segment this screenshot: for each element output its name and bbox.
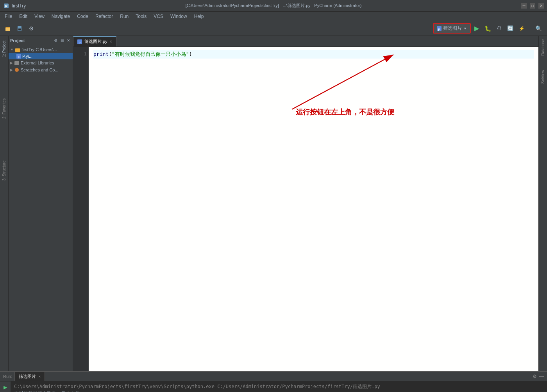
tree-label-firsttry: firstTry C:\Users\... bbox=[21, 47, 57, 52]
project-tree: ▼ firstTry C:\Users\... p P.yi... ▶ Exte… bbox=[9, 45, 73, 371]
menu-vcs[interactable]: VCS bbox=[150, 13, 166, 20]
editor-tab-close[interactable]: × bbox=[110, 39, 112, 44]
menu-help[interactable]: Help bbox=[191, 13, 207, 20]
tree-item-main-file[interactable]: p P.yi... bbox=[9, 53, 73, 59]
close-button[interactable]: ✕ bbox=[538, 3, 544, 9]
toolbar-left bbox=[3, 25, 36, 32]
run-button[interactable]: ▶ bbox=[472, 23, 481, 33]
tree-item-firsttry[interactable]: ▼ firstTry C:\Users\... bbox=[9, 46, 73, 53]
right-sidebar: Database SciView bbox=[538, 36, 547, 371]
line-numbers: 1 bbox=[73, 47, 89, 371]
svg-text:P: P bbox=[5, 4, 7, 8]
title-bar-center: [C:\Users\Administrator\PycharmProjects\… bbox=[186, 3, 362, 9]
run-output: C:\Users\Administrator\PycharmProjects\f… bbox=[11, 381, 547, 392]
project-panel: Project ⚙ ⊟ ✕ ▼ firstTry C:\Users\... p … bbox=[9, 36, 73, 371]
editor-tab-main[interactable]: p 筛选图片.py × bbox=[73, 36, 116, 46]
menu-run[interactable]: Run bbox=[117, 13, 132, 20]
project-label: Project bbox=[10, 38, 25, 43]
toolbar-right: p 筛选图片 ▼ ▶ 🐛 ⏱ 🔄 ⚡ 🔍 bbox=[433, 23, 544, 34]
toolbar: p 筛选图片 ▼ ▶ 🐛 ⏱ 🔄 ⚡ 🔍 bbox=[0, 21, 547, 36]
tree-item-scratches[interactable]: ▶ Scratches and Co... bbox=[9, 66, 73, 73]
toolbar-separator bbox=[530, 25, 530, 32]
menu-tools[interactable]: Tools bbox=[132, 13, 150, 20]
tree-label-main-file: P.yi... bbox=[22, 54, 32, 59]
menu-window[interactable]: Window bbox=[167, 13, 190, 20]
run-command-line: C:\Users\Administrator\PycharmProjects\f… bbox=[14, 383, 544, 390]
run-config-dropdown-icon: ▼ bbox=[463, 27, 467, 30]
project-tab[interactable]: 1: Project bbox=[1, 37, 7, 60]
app-project-name: firstTry bbox=[12, 3, 26, 9]
run-panel-hide-btn[interactable]: — bbox=[539, 374, 544, 379]
svg-text:p: p bbox=[18, 55, 20, 59]
left-vertical-tabs: 1: Project 2: Favorites 3: Structure bbox=[0, 36, 9, 371]
menu-view[interactable]: View bbox=[31, 13, 48, 20]
project-gear-btn[interactable]: ⚙ bbox=[53, 38, 59, 43]
editor-tab-filename: 筛选图片.py bbox=[84, 39, 107, 45]
build-button[interactable]: ⚡ bbox=[517, 25, 527, 32]
main-area: 1: Project 2: Favorites 3: Structure Pro… bbox=[0, 36, 547, 371]
structure-tab[interactable]: 3: Structure bbox=[1, 157, 7, 184]
svg-rect-3 bbox=[5, 28, 10, 31]
menu-code[interactable]: Code bbox=[74, 13, 91, 20]
svg-rect-10 bbox=[15, 48, 20, 52]
project-folder-icon bbox=[15, 47, 20, 52]
scratch-icon bbox=[14, 67, 20, 73]
run-panel-settings-btn[interactable]: ⚙ bbox=[533, 374, 537, 379]
project-layout-btn[interactable]: ⊟ bbox=[59, 38, 65, 43]
editor-area: p 筛选图片.py × 1 print("有时候我觉得自己像一只小小鸟") bbox=[73, 36, 538, 371]
save-icon bbox=[17, 26, 22, 31]
svg-point-7 bbox=[31, 28, 32, 29]
menu-refactor[interactable]: Refactor bbox=[92, 13, 116, 20]
coverage-button[interactable]: ⏱ bbox=[495, 24, 504, 32]
py-file-tree-icon: p bbox=[16, 54, 21, 59]
run-tab-close[interactable]: × bbox=[38, 374, 41, 379]
run-play-btn[interactable]: ▶ bbox=[1, 383, 10, 392]
open-file-button[interactable] bbox=[3, 25, 13, 32]
menu-file[interactable]: File bbox=[2, 13, 15, 20]
database-tab[interactable]: Database bbox=[540, 36, 546, 59]
tree-item-ext-lib[interactable]: ▶ External Libraries bbox=[9, 59, 73, 66]
folder-open-icon bbox=[5, 26, 11, 31]
title-bar: P firstTry [C:\Users\Administrator\Pycha… bbox=[0, 0, 547, 12]
svg-text:p: p bbox=[438, 27, 440, 31]
sciview-tab[interactable]: SciView bbox=[540, 67, 546, 87]
svg-rect-5 bbox=[18, 29, 21, 30]
run-panel-header: Run: 筛选图片 × ⚙ — bbox=[0, 372, 547, 381]
maximize-button[interactable]: □ bbox=[530, 3, 535, 9]
title-bar-left: P firstTry bbox=[3, 3, 26, 9]
debug-button[interactable]: 🐛 bbox=[483, 24, 493, 33]
run-tab-label: 筛选图片 bbox=[19, 374, 36, 380]
svg-text:p: p bbox=[79, 41, 80, 44]
favorites-tab[interactable]: 2: Favorites bbox=[1, 95, 7, 122]
ext-lib-icon bbox=[14, 60, 20, 66]
run-content: ▶ ■ ⊟ ⇕ 📌 🖨 🗑 C:\Users\Administrator\Pyc… bbox=[0, 381, 547, 392]
menu-navigate[interactable]: Navigate bbox=[48, 13, 73, 20]
tree-label-scratches: Scratches and Co... bbox=[21, 68, 59, 72]
gear-icon bbox=[29, 26, 34, 31]
code-content[interactable]: print("有时候我觉得自己像一只小小鸟") bbox=[89, 47, 538, 371]
search-everywhere-button[interactable]: 🔍 bbox=[533, 24, 544, 33]
minimize-button[interactable]: ─ bbox=[521, 3, 527, 9]
code-line-1: print("有时候我觉得自己像一只小小鸟") bbox=[93, 50, 534, 59]
menu-edit[interactable]: Edit bbox=[16, 13, 30, 20]
run-panel-controls: ⚙ — bbox=[533, 374, 544, 379]
run-tab[interactable]: 筛选图片 × bbox=[14, 372, 45, 381]
run-configuration[interactable]: p 筛选图片 ▼ bbox=[433, 23, 471, 34]
py-file-icon: p bbox=[437, 26, 442, 31]
title-bar-right: ─ □ ✕ bbox=[521, 3, 544, 9]
bottom-panel: Run: 筛选图片 × ⚙ — ▶ ■ ⊟ ⇕ 📌 🖨 🗑 C:\Users\A… bbox=[0, 371, 547, 392]
tab-file-icon: p bbox=[77, 39, 82, 44]
profile-button[interactable]: 🔄 bbox=[505, 24, 515, 32]
run-label: Run: bbox=[3, 374, 12, 379]
run-left-bar: ▶ ■ ⊟ ⇕ 📌 🖨 🗑 bbox=[0, 381, 11, 392]
tree-arrow-firsttry: ▼ bbox=[10, 48, 14, 52]
run-config-name: 筛选图片 bbox=[443, 25, 462, 32]
menu-bar: File Edit View Navigate Code Refactor Ru… bbox=[0, 12, 547, 21]
tree-arrow-ext-lib: ▶ bbox=[10, 61, 13, 65]
settings-button[interactable] bbox=[27, 25, 36, 32]
run-output-text: 有时候我觉得自己像一只小小鸟 bbox=[14, 390, 544, 392]
tree-label-ext-lib: External Libraries bbox=[21, 61, 54, 65]
project-close-btn[interactable]: ✕ bbox=[66, 38, 71, 43]
project-panel-header: Project ⚙ ⊟ ✕ bbox=[9, 36, 73, 45]
save-button[interactable] bbox=[15, 25, 24, 32]
